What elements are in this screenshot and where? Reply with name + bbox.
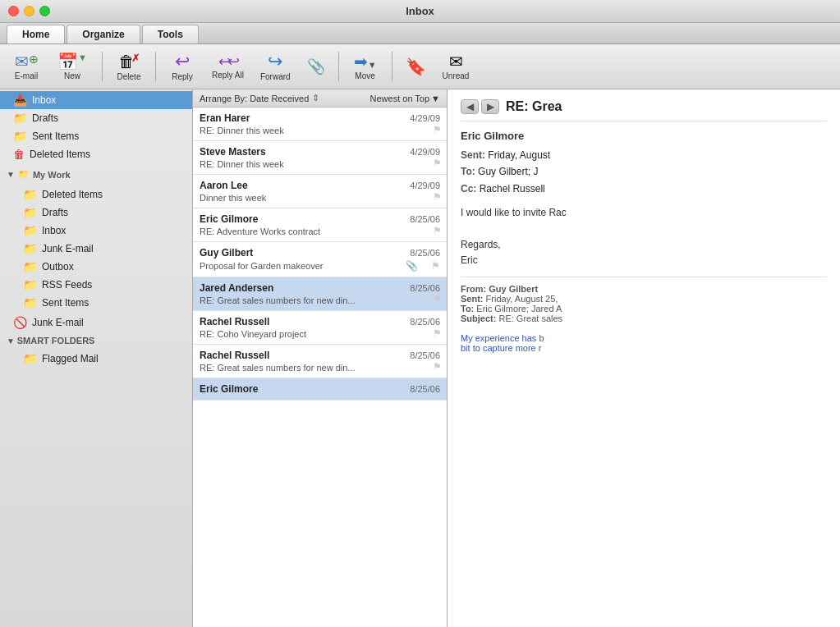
forward-button[interactable]: ↪ Forward	[254, 48, 297, 85]
sidebar-item-drafts[interactable]: 📁 Drafts	[0, 109, 192, 127]
separator-3	[338, 52, 339, 81]
arrange-sort-icon: ⇕	[312, 93, 319, 103]
delete-button-label: Delete	[117, 72, 141, 81]
delete-icon: 🗑✗	[118, 53, 140, 71]
mw-junk-icon: 📁	[23, 242, 37, 255]
email-preview: ◀ ▶ RE: Grea Eric Gilmore Sent: Friday, …	[448, 89, 840, 627]
preview-to: To: Guy Gilbert; J	[461, 163, 827, 180]
sidebar-item-mw-sent[interactable]: 📁 Sent Items	[0, 294, 192, 312]
email-subject: RE: Dinner this week	[200, 159, 440, 169]
sort-order-arrow: ▼	[431, 94, 440, 103]
minimize-button[interactable]	[24, 6, 34, 16]
email-list: Arrange By: Date Received ⇕ Newest on To…	[193, 89, 448, 627]
delete-button[interactable]: 🗑✗ Delete	[109, 48, 149, 85]
reply-all-icon: ↩↩	[218, 54, 236, 69]
quoted-sent: Sent: Friday, August 25,	[461, 294, 827, 304]
reply-button-label: Reply	[172, 72, 193, 81]
sidebar-item-mw-rss[interactable]: 📁 RSS Feeds	[0, 276, 192, 294]
email-date: 8/25/06	[410, 214, 440, 224]
move-icon: ➡▼	[354, 53, 377, 70]
quoted-from: From: Guy Gilbert	[461, 284, 827, 294]
email-sender: Eric Gilmore	[200, 213, 258, 225]
mw-outbox-icon: 📁	[23, 260, 37, 273]
sidebar-item-inbox[interactable]: 📥 Inbox	[0, 91, 192, 109]
sidebar-item-mw-deleted[interactable]: 📁 Deleted Items	[0, 185, 192, 204]
maximize-button[interactable]	[39, 6, 50, 16]
preview-quoted: From: Guy Gilbert Sent: Friday, August 2…	[461, 277, 827, 353]
email-sender: Eric Gilmore	[200, 383, 258, 395]
mw-drafts-icon: 📁	[23, 206, 37, 219]
mw-rss-icon: 📁	[23, 278, 37, 291]
email-subject: RE: Adventure Works contract	[200, 227, 440, 236]
main-folder-section: 📥 Inbox 📁 Drafts 📁 Sent Items 🗑 Deleted …	[0, 89, 192, 165]
preview-subject: RE: Grea	[506, 99, 562, 114]
email-flag-icon: ⚑	[433, 361, 442, 373]
reply-all-button[interactable]: ↩↩ Reply All	[205, 48, 250, 85]
email-item[interactable]: Eric Gilmore 8/25/06	[193, 378, 447, 400]
email-icon: ✉⊕	[15, 53, 39, 70]
smart-folders-header: ▼ SMART FOLDERS	[0, 332, 192, 350]
window-title: Inbox	[406, 5, 434, 17]
email-item[interactable]: Guy Gilbert 8/25/06 Proposal for Garden …	[193, 242, 447, 277]
content-area: Arrange By: Date Received ⇕ Newest on To…	[193, 89, 840, 627]
email-date: 4/29/09	[410, 147, 440, 157]
email-sender: Aaron Lee	[200, 180, 248, 191]
inbox-icon: 📥	[13, 94, 27, 107]
preview-header: ◀ ▶ RE: Grea	[461, 99, 827, 121]
email-flag-icon: ⚑	[433, 225, 442, 236]
new-icon: 📅▼	[57, 53, 87, 70]
unread-button-label: Unread	[443, 71, 470, 80]
email-flag-icon: ⚑	[431, 260, 440, 272]
preview-prev-button[interactable]: ◀	[461, 99, 479, 114]
mark-icon: 🔖	[406, 58, 426, 75]
email-item[interactable]: Eric Gilmore 8/25/06 RE: Adventure Works…	[193, 208, 447, 242]
email-subject: RE: Great sales numbers for new din...	[200, 295, 440, 305]
preview-next-button[interactable]: ▶	[481, 99, 499, 114]
traffic-lights	[8, 6, 50, 16]
tab-tools[interactable]: Tools	[142, 25, 199, 43]
email-button[interactable]: ✉⊕ E-mail	[7, 48, 46, 85]
sidebar-item-deleted[interactable]: 🗑 Deleted Items	[0, 145, 192, 163]
my-work-group-header[interactable]: ▼ 📁 My Work	[0, 165, 192, 184]
email-date: 8/25/06	[410, 384, 440, 394]
mark-button[interactable]: 🔖	[399, 48, 433, 85]
close-button[interactable]	[8, 6, 19, 16]
new-button-label: New	[64, 71, 80, 80]
tab-organize[interactable]: Organize	[67, 25, 140, 43]
arrange-by-area[interactable]: Arrange By: Date Received ⇕	[200, 93, 319, 103]
drafts-icon: 📁	[13, 112, 27, 125]
new-button[interactable]: 📅▼ New	[49, 48, 95, 85]
attach-button[interactable]: 📎	[301, 48, 332, 85]
tab-home[interactable]: Home	[7, 25, 65, 43]
sidebar-item-mw-inbox[interactable]: 📁 Inbox	[0, 222, 192, 240]
email-date: 4/29/09	[410, 113, 440, 123]
email-item[interactable]: Eran Harer 4/29/09 RE: Dinner this week …	[193, 108, 447, 141]
sidebar-item-sent[interactable]: 📁 Sent Items	[0, 127, 192, 145]
move-button[interactable]: ➡▼ Move	[346, 48, 385, 85]
sort-order-label: Newest on Top	[370, 94, 430, 103]
email-sender: Jared Andersen	[200, 282, 273, 294]
separator-2	[155, 52, 156, 81]
sidebar-item-mw-drafts[interactable]: 📁 Drafts	[0, 204, 192, 222]
my-work-label: My Work	[33, 170, 71, 180]
sort-order-area[interactable]: Newest on Top ▼	[370, 94, 440, 103]
email-date: 8/25/06	[410, 283, 440, 293]
email-date: 8/25/06	[410, 248, 440, 258]
email-item[interactable]: Rachel Russell 8/25/06 RE: Coho Vineyard…	[193, 311, 447, 345]
email-item[interactable]: Rachel Russell 8/25/06 RE: Great sales n…	[193, 345, 447, 378]
sidebar-item-flagged-mail[interactable]: 📁 Flagged Mail	[0, 350, 192, 368]
toolbar: ✉⊕ E-mail 📅▼ New 🗑✗ Delete ↩ Reply ↩↩ Re…	[0, 44, 840, 89]
reply-button[interactable]: ↩ Reply	[163, 48, 202, 85]
sidebar-item-mw-outbox[interactable]: 📁 Outbox	[0, 258, 192, 276]
email-item-selected[interactable]: Jared Andersen 8/25/06 RE: Great sales n…	[193, 277, 447, 311]
my-work-section: 📁 Deleted Items 📁 Drafts 📁 Inbox 📁 Junk …	[0, 184, 192, 314]
my-work-chevron: ▼	[7, 170, 15, 179]
sidebar-item-mw-junk[interactable]: 📁 Junk E-mail	[0, 240, 192, 258]
sidebar-item-junk[interactable]: 🚫 Junk E-mail	[0, 314, 192, 332]
mw-sent-icon: 📁	[23, 296, 37, 309]
preview-closing: Regards,Eric	[461, 237, 827, 268]
email-date: 4/29/09	[410, 181, 440, 190]
unread-button[interactable]: ✉ Unread	[436, 48, 476, 85]
email-item[interactable]: Aaron Lee 4/29/09 Dinner this week ⚑	[193, 175, 447, 208]
email-item[interactable]: Steve Masters 4/29/09 RE: Dinner this we…	[193, 141, 447, 175]
